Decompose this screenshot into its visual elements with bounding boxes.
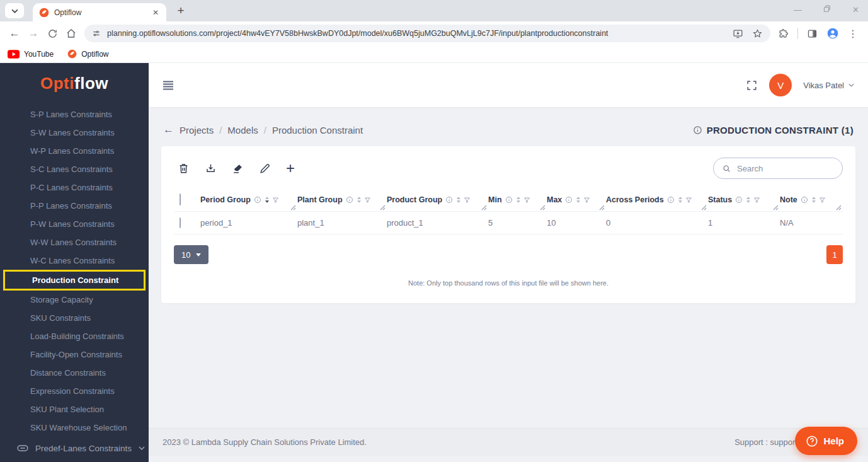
- column-resize-handle[interactable]: [836, 205, 842, 211]
- bookmark-star-icon[interactable]: [752, 28, 763, 39]
- sort-icon[interactable]: [265, 197, 269, 203]
- url-bar[interactable]: planning.optiflowsolutions.com/project/4…: [84, 25, 770, 42]
- column-header[interactable]: Plant Group: [297, 188, 387, 212]
- browser-profile-avatar[interactable]: [826, 27, 839, 40]
- breadcrumb-models[interactable]: Models: [227, 125, 258, 136]
- tab-close-icon[interactable]: ✕: [151, 8, 160, 17]
- column-resize-handle[interactable]: [599, 205, 605, 211]
- sidebar-item[interactable]: P-C Lanes Constraints: [0, 178, 149, 197]
- filter-icon[interactable]: [685, 197, 692, 204]
- sort-icon[interactable]: [576, 197, 580, 203]
- sidebar-item[interactable]: S-P Lanes Constraints: [0, 105, 149, 124]
- sidebar-item[interactable]: P-P Lanes Constraints: [0, 197, 149, 215]
- add-button[interactable]: +: [286, 163, 295, 174]
- search-box[interactable]: [713, 158, 843, 179]
- home-button[interactable]: [62, 24, 81, 43]
- column-header[interactable]: Max: [547, 188, 606, 212]
- info-icon[interactable]: [254, 196, 261, 204]
- filter-icon[interactable]: [753, 197, 760, 204]
- user-menu[interactable]: Vikas Patel: [803, 81, 854, 90]
- hamburger-menu-icon[interactable]: [163, 81, 174, 90]
- extensions-icon[interactable]: [778, 28, 789, 39]
- column-header[interactable]: Min: [488, 188, 547, 212]
- info-icon[interactable]: [801, 196, 808, 204]
- bookmark-optiflow[interactable]: Optiflow: [67, 49, 108, 59]
- install-app-icon[interactable]: [733, 28, 743, 39]
- column-resize-handle[interactable]: [380, 205, 385, 211]
- sidebar-item-active[interactable]: Production Constraint: [3, 270, 146, 291]
- info-icon[interactable]: [445, 196, 453, 204]
- column-header[interactable]: Product Group: [387, 188, 488, 212]
- sort-icon[interactable]: [678, 197, 682, 203]
- search-input[interactable]: [737, 164, 833, 173]
- minimize-button[interactable]: —: [794, 5, 802, 14]
- filter-icon[interactable]: [523, 197, 530, 204]
- column-resize-handle[interactable]: [540, 205, 545, 211]
- info-icon[interactable]: [346, 196, 353, 204]
- fullscreen-icon[interactable]: [746, 79, 758, 91]
- page-number-button[interactable]: 1: [826, 245, 843, 264]
- side-panel-icon[interactable]: [807, 28, 818, 39]
- delete-button[interactable]: [178, 163, 190, 175]
- info-icon[interactable]: [667, 196, 675, 204]
- sidebar-item[interactable]: P-W Lanes Constraints: [0, 215, 149, 233]
- column-header[interactable]: Across Periods: [606, 188, 708, 212]
- url-text[interactable]: planning.optiflowsolutions.com/project/4…: [107, 29, 726, 38]
- tab-search-button[interactable]: [5, 3, 24, 18]
- info-icon[interactable]: [565, 196, 573, 204]
- sidebar-item[interactable]: S-C Lanes Constraints: [0, 160, 149, 178]
- info-icon[interactable]: [693, 125, 702, 135]
- sidebar-item-predef-lanes[interactable]: Predef-Lanes Constraints: [0, 437, 149, 459]
- sort-icon[interactable]: [517, 197, 520, 203]
- edit-button[interactable]: [259, 163, 271, 175]
- sidebar-item[interactable]: S-W Lanes Constraints: [0, 124, 149, 142]
- sidebar-item[interactable]: Load-Building Constraints: [0, 327, 149, 345]
- sidebar-item[interactable]: Facility-Open Constraints: [0, 345, 149, 364]
- new-tab-button[interactable]: +: [173, 3, 189, 19]
- download-button[interactable]: [205, 163, 217, 175]
- sidebar-item[interactable]: W-P Lanes Constraints: [0, 142, 149, 160]
- bookmark-youtube[interactable]: YouTube: [8, 50, 54, 59]
- table-row[interactable]: period_1plant_1product_151001N/A: [174, 212, 843, 234]
- sidebar-item[interactable]: Distance Constraints: [0, 364, 149, 382]
- reload-button[interactable]: [43, 24, 62, 43]
- forward-button[interactable]: →: [24, 24, 43, 43]
- filter-icon[interactable]: [819, 197, 826, 204]
- sidebar-item[interactable]: Expression Constraints: [0, 382, 149, 400]
- sidebar-item[interactable]: W-W Lanes Constraints: [0, 233, 149, 251]
- column-resize-handle[interactable]: [773, 205, 779, 211]
- filter-icon[interactable]: [464, 197, 471, 204]
- select-all-checkbox[interactable]: [180, 193, 181, 205]
- sidebar-item[interactable]: SKU Constraints: [0, 309, 149, 327]
- browser-tab[interactable]: Optiflow ✕: [33, 3, 166, 21]
- sort-icon[interactable]: [746, 197, 750, 203]
- back-button[interactable]: ←: [5, 24, 24, 43]
- column-resize-handle[interactable]: [290, 205, 296, 211]
- site-settings-icon[interactable]: [92, 29, 101, 38]
- clear-button[interactable]: [232, 163, 244, 175]
- sidebar-item[interactable]: W-C Lanes Constraints: [0, 251, 149, 270]
- optiflow-logo[interactable]: Optiflow: [0, 69, 149, 98]
- filter-icon[interactable]: [583, 197, 590, 204]
- row-checkbox[interactable]: [180, 217, 181, 228]
- help-button[interactable]: Help: [795, 427, 857, 455]
- sort-icon[interactable]: [457, 197, 460, 203]
- sidebar-item[interactable]: Storage Capacity: [0, 291, 149, 309]
- column-resize-handle[interactable]: [481, 205, 487, 211]
- sidebar-item[interactable]: SKU Plant Selection: [0, 400, 149, 419]
- filter-icon[interactable]: [364, 197, 371, 204]
- info-icon[interactable]: [735, 196, 743, 204]
- column-resize-handle[interactable]: [701, 205, 707, 211]
- back-arrow-icon[interactable]: ←: [163, 124, 174, 136]
- browser-menu-icon[interactable]: ⋮: [848, 28, 858, 40]
- column-header[interactable]: Status: [708, 188, 780, 212]
- sort-icon[interactable]: [357, 197, 361, 203]
- page-size-dropdown[interactable]: 10: [174, 245, 208, 264]
- sidebar-item[interactable]: SKU Warehouse Selection: [0, 419, 149, 437]
- restore-button[interactable]: [823, 5, 831, 14]
- close-window-button[interactable]: ✕: [852, 5, 859, 14]
- column-header[interactable]: Period Group: [200, 188, 297, 212]
- breadcrumb-projects[interactable]: Projects: [180, 125, 214, 136]
- info-icon[interactable]: [505, 196, 513, 204]
- filter-icon[interactable]: [272, 197, 279, 204]
